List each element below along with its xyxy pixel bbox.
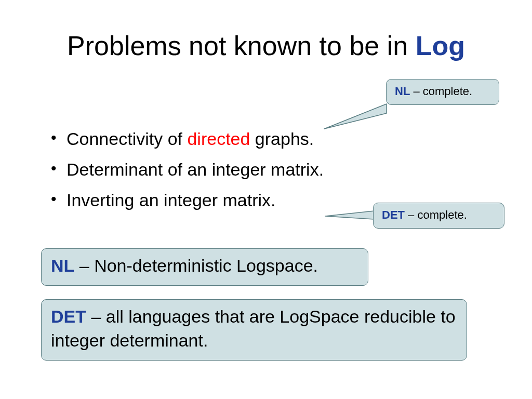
bullet-connectivity: Connectivity of directed graphs. <box>48 129 474 149</box>
callout-nl-complete: NL – complete. <box>386 79 499 105</box>
def-det-keyword: DET <box>51 307 86 326</box>
definition-nl: NL – Non-deterministic Logspace. <box>41 248 368 286</box>
slide-title: Problems not known to be in Log <box>0 30 532 61</box>
def-nl-keyword: NL <box>51 256 74 275</box>
callout-det-keyword: DET <box>382 208 405 221</box>
callout-nl-keyword: NL <box>395 85 410 98</box>
bullet-3-text: Inverting an integer matrix. <box>66 190 276 210</box>
title-keyword-log: Log <box>416 31 465 61</box>
callout-nl-text: – complete. <box>410 85 472 98</box>
bullet-1-pre: Connectivity of <box>66 129 187 149</box>
bullet-determinant: Determinant of an integer matrix. <box>48 159 474 180</box>
callout-det-text: – complete. <box>405 208 467 221</box>
bullet-1-post: graphs. <box>250 129 314 149</box>
bullet-2-text: Determinant of an integer matrix. <box>66 159 324 179</box>
callout-nl-tail-icon <box>322 102 395 133</box>
def-det-text: – all languages that are LogSpace reduci… <box>51 307 456 350</box>
callout-det-complete: DET – complete. <box>373 203 504 229</box>
svg-marker-0 <box>324 104 387 129</box>
def-nl-text: – Non-deterministic Logspace. <box>74 256 318 275</box>
bullet-1-directed: directed <box>187 129 250 149</box>
definition-det: DET – all languages that are LogSpace re… <box>41 299 467 361</box>
title-text: Problems not known to be in <box>67 31 416 61</box>
